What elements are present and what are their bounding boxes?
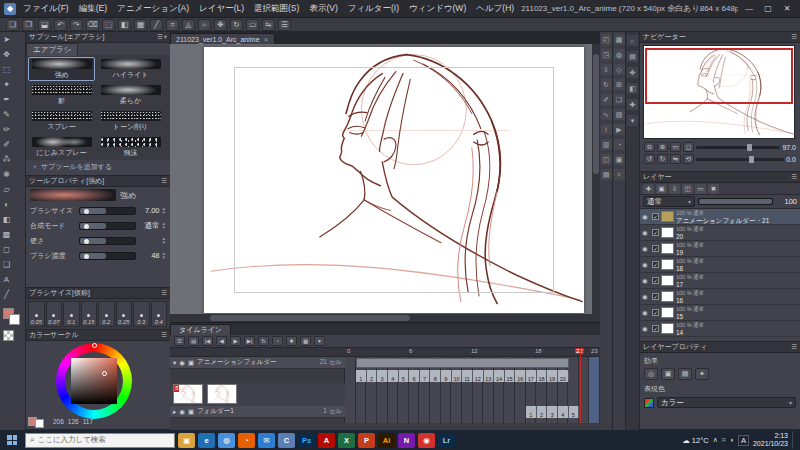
param-slider[interactable] — [79, 252, 136, 260]
grid-icon[interactable]: ▦ — [134, 19, 147, 31]
excel-icon[interactable]: X — [338, 433, 355, 448]
cel-frame[interactable]: 1 — [526, 406, 537, 418]
taskbar-clock[interactable]: 2:13 2021/10/23 — [753, 432, 788, 448]
param-slider[interactable] — [79, 207, 136, 215]
border-effect-icon[interactable]: ◎ — [644, 368, 658, 380]
timeline-ruler[interactable]: 06121823 22 — [170, 348, 600, 357]
subtool-item[interactable]: 影 — [28, 83, 95, 107]
param-value[interactable]: 通常 — [138, 221, 160, 231]
ime-indicator[interactable]: A — [738, 435, 749, 446]
all-sides-view-palette-icon[interactable]: ◫ — [601, 154, 612, 165]
eye-icon[interactable]: ◉ — [642, 309, 650, 317]
add-subtool-button[interactable]: ＋ サブツールを追加する — [26, 160, 170, 173]
layer-color-icon[interactable]: ▤ — [678, 368, 692, 380]
subtool-item[interactable]: 柔らか — [97, 83, 164, 107]
timeline-menu-icon[interactable]: ☰ — [174, 336, 185, 346]
network-icon[interactable]: ⌗ — [722, 436, 726, 444]
cel-frame[interactable]: 5 — [399, 370, 410, 382]
intermediate-color-palette-icon[interactable]: ⊞ — [614, 79, 625, 90]
brush-size-preset[interactable]: 0.15 — [81, 301, 98, 327]
brush-tool[interactable]: ✐ — [0, 137, 13, 152]
brush-size-preset[interactable]: 0.1 — [63, 301, 80, 327]
tool-param-control[interactable]: 48 ▲▼ — [79, 251, 166, 260]
layer-row[interactable]: ◉ ✓ 100 % 通常 15 — [640, 305, 800, 321]
rotate-left-button[interactable]: ↺ — [644, 154, 655, 164]
tool-param-control[interactable]: ▲▼ — [79, 237, 166, 245]
timeline-tab[interactable]: タイムライン — [170, 324, 231, 335]
zoom-slider[interactable] — [696, 146, 780, 149]
palette-menu-icon[interactable]: ☰ — [278, 19, 291, 31]
brush-size-preset[interactable]: 0.3 — [133, 301, 150, 327]
cel-frame[interactable]: 14 — [494, 370, 505, 382]
media-icon[interactable]: ◉ — [418, 433, 435, 448]
menu-item[interactable]: アニメーション(A) — [112, 1, 194, 17]
navigator-dock-icon[interactable]: ✥ — [627, 67, 638, 78]
layer-row[interactable]: ◉ ✓ 100 % 通常 19 — [640, 241, 800, 257]
cel-palette-icon[interactable]: ▣ — [614, 154, 625, 165]
material-palette-icon[interactable]: ◳ — [601, 49, 612, 60]
edge-icon[interactable]: e — [198, 433, 215, 448]
eye-icon[interactable]: ◉ — [179, 359, 185, 367]
volume-icon[interactable]: ◖ — [730, 436, 734, 444]
clip-studio-icon[interactable]: C — [278, 433, 295, 448]
sv-cursor[interactable] — [102, 371, 107, 376]
open-file-icon[interactable]: ❐ — [22, 19, 35, 31]
mail-icon[interactable]: ✉ — [258, 433, 275, 448]
auto-action-palette-icon[interactable]: ▶ — [614, 124, 625, 135]
maximize-button[interactable]: ▢ — [759, 2, 777, 16]
edit-target-checkbox[interactable]: ✓ — [652, 325, 659, 332]
menu-item[interactable]: 表示(V) — [304, 1, 342, 17]
transparent-color-swatch[interactable] — [3, 330, 14, 341]
canvas-vertical-scrollbar[interactable] — [592, 44, 600, 322]
delete-icon[interactable]: ⌫ — [86, 19, 99, 31]
subtool-item[interactable]: 飛沫 — [97, 135, 164, 159]
hand-icon[interactable]: ✥ — [214, 19, 227, 31]
layer-row[interactable]: ◉ ✓ 100 % 通常 17 — [640, 273, 800, 289]
eyedropper-tool[interactable]: ✒ — [0, 92, 13, 107]
menu-item[interactable]: 編集(E) — [74, 1, 112, 17]
brush-size-preset[interactable]: 0.05 — [28, 301, 45, 327]
show-desktop-button[interactable] — [792, 431, 796, 449]
timeline-track-folder1[interactable]: ▸ ◉ ▣ フォルダー1 1 セル — [170, 406, 345, 418]
spinner-icon[interactable]: ▲▼ — [162, 237, 166, 245]
reset-rotation-button[interactable]: ⟲ — [683, 154, 694, 164]
gradient-tool[interactable]: ▩ — [0, 227, 13, 242]
illustrator-icon[interactable]: Ai — [378, 433, 395, 448]
selection-tool[interactable]: ⬚ — [0, 62, 13, 77]
new-folder-icon[interactable]: ▣ — [656, 184, 667, 194]
cel-thumbnail[interactable] — [207, 384, 237, 404]
expand-icon[interactable]: ▾ — [173, 359, 176, 367]
panel-collapse-icon[interactable]: ▾ — [164, 33, 167, 41]
spinner-icon[interactable]: ▲▼ — [162, 222, 166, 230]
tone-effect-icon[interactable]: ▣ — [661, 368, 675, 380]
zoom-icon[interactable]: ⌕ — [198, 19, 211, 31]
lightroom-icon[interactable]: Lr — [438, 433, 455, 448]
quick-access-palette-icon[interactable]: ◰ — [601, 34, 612, 45]
deselect-icon[interactable]: ⬚ — [102, 19, 115, 31]
cel-frame[interactable]: 15 — [505, 370, 516, 382]
animation-clip-bar[interactable] — [356, 358, 569, 368]
minimize-button[interactable]: — — [740, 2, 758, 16]
hue-cursor[interactable] — [92, 343, 97, 348]
playhead-line[interactable] — [580, 348, 581, 423]
panel-menu-icon[interactable]: ☰ — [157, 33, 163, 41]
tool-param-control[interactable]: 7.00 ▲▼ — [79, 206, 166, 215]
subtool-item[interactable]: にじみスプレー — [28, 135, 95, 159]
cel-frame[interactable]: 2 — [367, 370, 378, 382]
eye-icon[interactable]: ◉ — [642, 325, 650, 333]
subtool-item[interactable]: 強め — [28, 57, 95, 81]
new-cel-button[interactable]: ✚ — [286, 336, 297, 346]
layer-row[interactable]: ◉ ✓ 100 % 通常 アニメーションフォルダー・21 — [640, 209, 800, 225]
fill-tool[interactable]: ◧ — [0, 212, 13, 227]
text-tool[interactable]: A — [0, 272, 13, 287]
eye-icon[interactable]: ◉ — [642, 293, 650, 301]
correct-line-tool[interactable]: ╱ — [0, 287, 13, 302]
cel-frame[interactable]: 20 — [558, 370, 569, 382]
auto-select-tool[interactable]: ✦ — [0, 77, 13, 92]
redo-icon[interactable]: ↷ — [70, 19, 83, 31]
fit-button[interactable]: ▭ — [670, 142, 681, 152]
menu-item[interactable]: ヘルプ(H) — [471, 1, 519, 17]
rotate-right-button[interactable]: ↻ — [657, 154, 668, 164]
collapse-dock-icon[interactable]: ▾ — [627, 115, 638, 126]
eye-icon[interactable]: ◉ — [642, 277, 650, 285]
